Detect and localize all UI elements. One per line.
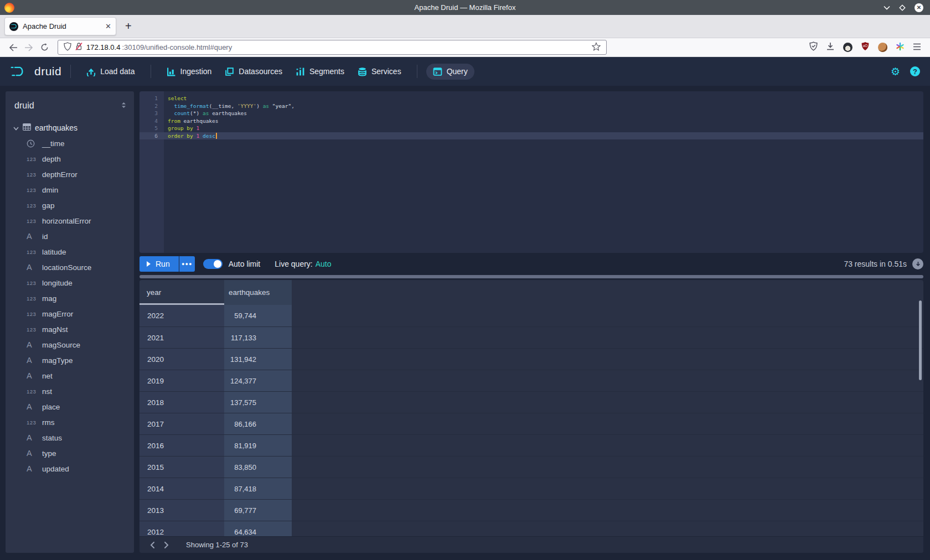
cell-year[interactable]: 2020 (140, 349, 224, 370)
table-row[interactable]: 202259,744 (140, 305, 923, 326)
table-row[interactable]: 201487,418 (140, 478, 923, 499)
column-header-year[interactable]: year (140, 280, 224, 305)
cell-year[interactable]: 2019 (140, 370, 224, 391)
live-query[interactable]: Live query:Auto (275, 260, 331, 268)
editor-code[interactable]: select time_format(__time, 'YYYY') as "y… (164, 91, 923, 253)
table-item-earthquakes[interactable]: earthquakes (6, 120, 134, 136)
insecure-lock-icon[interactable] (75, 42, 82, 53)
table-row[interactable]: 2019124,377 (140, 370, 923, 391)
code-line[interactable]: order by 1 desc (164, 132, 923, 140)
nav-item-segments[interactable]: Segments (289, 64, 351, 80)
window-close-icon[interactable]: ✕ (914, 3, 923, 12)
cell-earthquakes[interactable]: 81,919 (224, 435, 292, 456)
cell-earthquakes[interactable]: 87,418 (224, 478, 292, 499)
column-item-type[interactable]: Atype (6, 445, 134, 461)
auto-limit-toggle[interactable] (203, 259, 223, 269)
column-item-horizontalError[interactable]: 123horizontalError (6, 213, 134, 229)
colorful-pinwheel-extension-icon[interactable] (896, 42, 905, 53)
cell-earthquakes[interactable]: 69,777 (224, 500, 292, 521)
code-line[interactable]: time_format(__time, 'YYYY') as "year", (164, 102, 923, 110)
cell-earthquakes[interactable]: 86,166 (224, 413, 292, 434)
column-item-magError[interactable]: 123magError (6, 306, 134, 322)
column-item-magNst[interactable]: 123magNst (6, 322, 134, 337)
forward-button[interactable] (21, 44, 37, 51)
column-item-depth[interactable]: 123depth (6, 151, 134, 167)
schema-selector[interactable]: druid (6, 99, 134, 112)
horizontal-scrollbar[interactable] (140, 275, 923, 278)
downloads-icon[interactable] (826, 42, 835, 53)
table-row[interactable]: 201786,166 (140, 413, 923, 434)
cell-year[interactable]: 2017 (140, 413, 224, 434)
cell-year[interactable]: 2021 (140, 327, 224, 348)
vertical-scrollbar[interactable] (919, 300, 922, 380)
run-button[interactable]: Run (140, 256, 179, 272)
cell-year[interactable]: 2015 (140, 457, 224, 478)
prev-page-icon[interactable] (145, 542, 159, 548)
column-item-depthError[interactable]: 123depthError (6, 167, 134, 182)
run-more-button[interactable]: ●●● (179, 256, 195, 272)
column-item-__time[interactable]: __time (6, 136, 134, 151)
nav-item-ingestion[interactable]: Ingestion (160, 64, 219, 80)
nav-item-services[interactable]: Services (351, 64, 408, 80)
cell-year[interactable]: 2014 (140, 478, 224, 499)
cell-earthquakes[interactable]: 131,942 (224, 349, 292, 370)
column-item-updated[interactable]: Aupdated (6, 461, 134, 476)
cookie-extension-icon[interactable] (878, 43, 887, 52)
cell-year[interactable]: 2016 (140, 435, 224, 456)
column-item-dmin[interactable]: 123dmin (6, 182, 134, 198)
table-row[interactable]: 201681,919 (140, 434, 923, 456)
column-item-gap[interactable]: 123gap (6, 198, 134, 213)
window-maximize-icon[interactable] (899, 4, 906, 11)
table-row[interactable]: 2018137,575 (140, 391, 923, 413)
window-minimize-icon[interactable] (884, 6, 890, 10)
column-item-status[interactable]: Astatus (6, 430, 134, 445)
column-item-rms[interactable]: 123rms (6, 414, 134, 430)
cell-earthquakes[interactable]: 137,575 (224, 392, 292, 413)
cell-year[interactable]: 2022 (140, 305, 224, 326)
cell-earthquakes[interactable]: 124,377 (224, 370, 292, 391)
menu-hamburger-icon[interactable] (913, 43, 921, 53)
column-item-place[interactable]: Aplace (6, 399, 134, 414)
tab-close-icon[interactable]: ✕ (105, 22, 111, 30)
cell-earthquakes[interactable]: 64,634 (224, 521, 292, 536)
column-item-longitude[interactable]: 123longitude (6, 275, 134, 291)
next-page-icon[interactable] (159, 542, 174, 548)
cell-earthquakes[interactable]: 83,850 (224, 457, 292, 478)
table-row[interactable]: 201583,850 (140, 456, 923, 478)
chevron-down-icon[interactable] (13, 123, 19, 133)
code-line[interactable]: count(*) as earthquakes (164, 110, 923, 117)
code-line[interactable]: select (164, 95, 923, 102)
code-line[interactable]: group by 1 (164, 125, 923, 132)
extension-penguin-icon[interactable] (843, 43, 852, 52)
column-item-magSource[interactable]: AmagSource (6, 337, 134, 352)
table-row[interactable]: 2021117,133 (140, 326, 923, 348)
druid-logo[interactable]: druid (10, 64, 61, 79)
protections-shield-icon[interactable] (809, 42, 818, 53)
column-header-earthquakes[interactable]: earthquakes (224, 280, 292, 305)
code-line[interactable]: from earthquakes (164, 117, 923, 125)
help-icon[interactable]: ? (910, 66, 920, 76)
cell-year[interactable]: 2018 (140, 392, 224, 413)
column-item-locationSource[interactable]: AlocationSource (6, 260, 134, 275)
settings-gear-icon[interactable]: ⚙ (891, 65, 900, 78)
column-item-nst[interactable]: 123nst (6, 383, 134, 399)
column-item-mag[interactable]: 123mag (6, 291, 134, 306)
ublock-origin-icon[interactable]: uO (861, 42, 870, 53)
cell-earthquakes[interactable]: 117,133 (224, 327, 292, 348)
nav-item-datasources[interactable]: Datasources (218, 64, 289, 80)
bookmark-star-icon[interactable] (592, 42, 601, 53)
column-item-magType[interactable]: AmagType (6, 352, 134, 368)
cell-year[interactable]: 2012 (140, 521, 224, 536)
download-results-icon[interactable] (912, 258, 923, 269)
nav-item-load-data[interactable]: Load data (80, 64, 141, 80)
cell-year[interactable]: 2013 (140, 500, 224, 521)
table-row[interactable]: 2020131,942 (140, 348, 923, 370)
column-item-id[interactable]: Aid (6, 229, 134, 244)
column-item-latitude[interactable]: 123latitude (6, 244, 134, 260)
table-row[interactable]: 201369,777 (140, 499, 923, 521)
new-tab-button[interactable]: + (125, 20, 132, 33)
browser-tab[interactable]: Apache Druid ✕ (4, 17, 116, 35)
back-button[interactable] (6, 44, 21, 51)
table-row[interactable]: 201264,634 (140, 521, 923, 536)
sql-editor[interactable]: 123456 select time_format(__time, 'YYYY'… (140, 91, 923, 253)
